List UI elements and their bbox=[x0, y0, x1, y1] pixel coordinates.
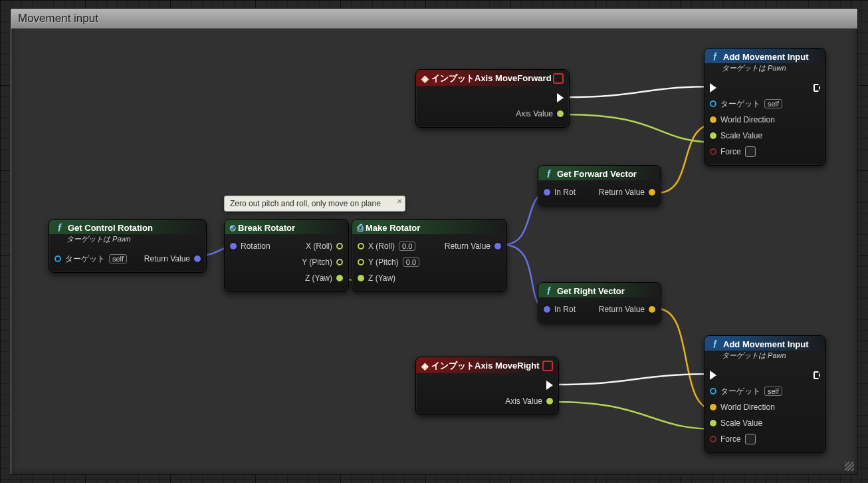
node-break-rotator[interactable]: ⎋ Break Rotator Rotation X (Roll) bbox=[224, 219, 349, 292]
pin-icon bbox=[54, 255, 61, 262]
node-header[interactable]: ◈ インプットAxis MoveForward bbox=[416, 70, 569, 86]
node-title: インプットAxis MoveForward bbox=[431, 73, 552, 84]
node-header[interactable]: ƒ Get Forward Vector bbox=[538, 166, 661, 180]
tooltip-close-icon: ✕ bbox=[397, 198, 402, 205]
break-icon: ⎋ bbox=[230, 222, 235, 233]
pin-icon bbox=[710, 132, 716, 139]
node-get-control-rotation[interactable]: ƒ Get Control Rotation ターゲットは Pawn ターゲット… bbox=[49, 219, 207, 273]
node-input-axis-moveright[interactable]: ◈ インプットAxis MoveRight Axis Value bbox=[415, 357, 559, 415]
pin-icon bbox=[710, 100, 716, 107]
pin-return-value[interactable]: Return Value bbox=[599, 305, 655, 314]
delegate-pin-icon[interactable] bbox=[553, 73, 564, 84]
node-input-axis-moveforward[interactable]: ◈ インプットAxis MoveForward Axis Value bbox=[415, 69, 570, 128]
node-make-rotator[interactable]: ⎙ Make Rotator X (Roll) 0.0 Return Value bbox=[352, 219, 507, 292]
pin-icon bbox=[546, 398, 553, 404]
exec-icon bbox=[710, 83, 716, 92]
comment-region[interactable]: Movement input Zero ou bbox=[11, 9, 858, 475]
exec-icon bbox=[814, 84, 820, 92]
node-title: Get Control Rotation bbox=[68, 223, 153, 233]
value-input[interactable]: 0.0 bbox=[403, 257, 419, 267]
value-input[interactable]: 0.0 bbox=[399, 242, 415, 251]
pin-return-value[interactable]: Return Value bbox=[445, 242, 501, 251]
comment-title-text: Movement input bbox=[18, 12, 98, 25]
exec-icon bbox=[814, 371, 820, 379]
pin-rotation[interactable]: Rotation bbox=[230, 242, 271, 251]
tooltip: Zero out pitch and roll, only move on pl… bbox=[224, 196, 405, 212]
pin-x-roll[interactable]: X (Roll) bbox=[306, 242, 343, 251]
pin-axis-value[interactable]: Axis Value bbox=[505, 397, 553, 406]
delegate-pin-icon[interactable] bbox=[542, 361, 553, 371]
checkbox[interactable] bbox=[745, 434, 756, 444]
pin-exec-out[interactable] bbox=[557, 93, 564, 102]
pin-exec-out[interactable] bbox=[814, 84, 820, 92]
node-title: Add Movement Input bbox=[723, 339, 809, 349]
pin-icon bbox=[649, 306, 655, 313]
pin-icon bbox=[194, 255, 201, 262]
pin-return-value[interactable]: Return Value bbox=[144, 254, 201, 263]
pin-exec-in[interactable] bbox=[710, 83, 716, 92]
exec-icon bbox=[710, 371, 716, 380]
node-title: Make Rotator bbox=[366, 223, 420, 233]
pin-scale-value[interactable]: Scale Value bbox=[710, 418, 762, 428]
pin-target[interactable]: ターゲット self bbox=[54, 253, 127, 265]
node-title: Break Rotator bbox=[238, 223, 295, 233]
resize-grip-icon[interactable] bbox=[845, 462, 854, 471]
function-icon: ƒ bbox=[710, 339, 720, 349]
pin-icon bbox=[710, 404, 716, 410]
pin-in-rot[interactable]: In Rot bbox=[544, 305, 576, 314]
pin-icon bbox=[544, 306, 550, 313]
pin-in-rot[interactable]: In Rot bbox=[544, 188, 576, 197]
node-get-forward-vector[interactable]: ƒ Get Forward Vector In Rot Return Value bbox=[538, 165, 661, 206]
node-header[interactable]: ⎋ Break Rotator bbox=[225, 220, 348, 234]
node-title: Get Right Vector bbox=[557, 286, 625, 296]
node-add-movement-input-b[interactable]: ƒ Add Movement Input ターゲットは Pawn ターゲット bbox=[704, 335, 826, 453]
pin-z-yaw[interactable]: Z (Yaw) bbox=[358, 273, 395, 283]
node-header[interactable]: ƒ Add Movement Input bbox=[705, 336, 825, 351]
node-header[interactable]: ƒ Get Right Vector bbox=[538, 283, 661, 297]
node-header[interactable]: ƒ Get Control Rotation bbox=[49, 220, 206, 234]
node-header[interactable]: ⎙ Make Rotator bbox=[352, 220, 506, 234]
node-header[interactable]: ƒ Add Movement Input bbox=[705, 49, 825, 63]
exec-icon bbox=[557, 93, 564, 102]
pin-return-value[interactable]: Return Value bbox=[599, 188, 655, 197]
pin-force[interactable]: Force bbox=[710, 434, 756, 444]
pin-icon bbox=[710, 420, 716, 426]
comment-title[interactable]: Movement input bbox=[11, 9, 858, 29]
make-icon: ⎙ bbox=[358, 222, 363, 233]
event-icon: ◈ bbox=[421, 73, 429, 84]
pin-z-yaw[interactable]: Z (Yaw) bbox=[305, 273, 343, 283]
pin-icon bbox=[358, 275, 364, 281]
pin-scale-value[interactable]: Scale Value bbox=[710, 131, 762, 140]
pin-exec-out[interactable] bbox=[814, 371, 820, 379]
pin-force[interactable]: Force bbox=[710, 146, 756, 157]
pin-x-roll[interactable]: X (Roll) 0.0 bbox=[358, 242, 415, 251]
pin-exec-out[interactable] bbox=[546, 381, 553, 390]
pin-icon bbox=[710, 148, 716, 155]
node-header[interactable]: ◈ インプットAxis MoveRight bbox=[416, 357, 558, 373]
node-title: Get Forward Vector bbox=[557, 169, 637, 179]
pin-world-direction[interactable]: World Direction bbox=[710, 402, 775, 412]
self-tag: self bbox=[764, 387, 782, 396]
pin-icon bbox=[710, 116, 716, 123]
exec-icon bbox=[546, 381, 553, 390]
pin-y-pitch[interactable]: Y (Pitch) bbox=[302, 257, 343, 267]
pin-icon bbox=[336, 275, 343, 281]
pin-axis-value[interactable]: Axis Value bbox=[516, 109, 564, 118]
pin-y-pitch[interactable]: Y (Pitch) 0.0 bbox=[358, 257, 419, 267]
pin-icon bbox=[336, 243, 343, 249]
self-tag: self bbox=[109, 254, 127, 263]
pin-icon bbox=[358, 243, 364, 249]
node-subtitle: ターゲットは Pawn bbox=[705, 351, 825, 363]
pin-target[interactable]: ターゲット self bbox=[710, 386, 782, 397]
node-get-right-vector[interactable]: ƒ Get Right Vector In Rot Return Value bbox=[538, 282, 661, 323]
pin-icon bbox=[710, 436, 716, 442]
function-icon: ƒ bbox=[544, 168, 554, 179]
pin-world-direction[interactable]: World Direction bbox=[710, 115, 775, 124]
checkbox[interactable] bbox=[745, 146, 756, 157]
pin-exec-in[interactable] bbox=[710, 371, 716, 380]
node-add-movement-input-a[interactable]: ƒ Add Movement Input ターゲットは Pawn ターゲット bbox=[704, 48, 826, 166]
function-icon: ƒ bbox=[710, 51, 720, 62]
pin-icon bbox=[336, 259, 343, 265]
pin-icon bbox=[710, 388, 716, 395]
pin-target[interactable]: ターゲット self bbox=[710, 98, 782, 110]
